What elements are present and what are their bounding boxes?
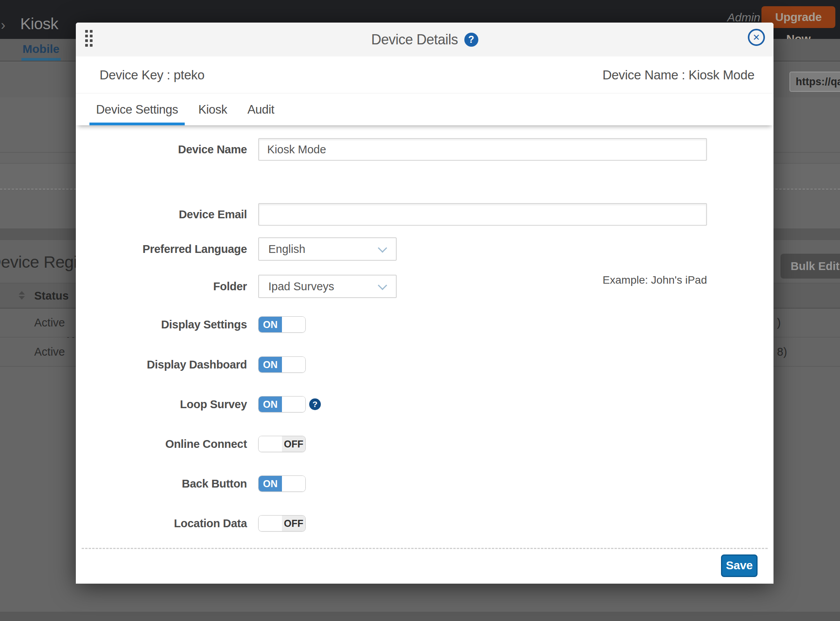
toggle-on-segment [259, 516, 282, 531]
status-cell: Active [34, 309, 65, 337]
modal-tabs: Device Settings Kiosk Audit [76, 93, 774, 125]
device-email-label: Device Email [115, 203, 247, 226]
toggle-off-segment: OFF [282, 436, 305, 452]
display-settings-label: Display Settings [115, 316, 247, 333]
back-button-label: Back Button [115, 475, 247, 492]
loop-survey-toggle[interactable]: ON [258, 396, 306, 412]
tab-audit[interactable]: Audit [241, 93, 281, 125]
bulk-edit-devices-button[interactable]: Bulk Edit Dev [780, 254, 840, 279]
online-connect-toggle[interactable]: OFF [258, 436, 306, 452]
toggle-on-segment: ON [259, 357, 282, 372]
folder-select[interactable]: Ipad Surveys [258, 275, 397, 298]
status-column-header[interactable]: Status [34, 283, 69, 308]
save-button[interactable]: Save [721, 554, 758, 577]
preferred-language-label: Preferred Language [115, 237, 247, 261]
status-cell: Active [34, 338, 65, 366]
location-data-label: Location Data [115, 515, 247, 532]
folder-label: Folder [115, 275, 247, 298]
breadcrumb-chevron-icon: › [1, 17, 5, 33]
admin-menu[interactable]: Admin [727, 11, 760, 24]
help-icon[interactable]: ? [464, 33, 478, 47]
selected-folder: Ipad Surveys [268, 275, 334, 297]
device-name-input[interactable] [258, 138, 707, 161]
device-name-label: Device Name [115, 138, 247, 161]
back-button-toggle[interactable]: ON [258, 475, 306, 492]
toggle-on-segment: ON [259, 317, 282, 332]
device-key-row: Device Key : pteko Device Name : Kiosk M… [76, 56, 774, 93]
toggle-off-segment [282, 357, 305, 372]
display-dashboard-toggle[interactable]: ON [258, 356, 306, 373]
device-details-modal: Device Details ? ✕ Device Key : pteko De… [76, 23, 774, 584]
selected-language: English [268, 238, 305, 260]
footer-separator [82, 548, 768, 549]
device-email-input[interactable] [258, 203, 707, 226]
tab-device-settings[interactable]: Device Settings [89, 93, 185, 125]
preferred-language-select[interactable]: English [258, 237, 397, 261]
footer-strip [0, 612, 840, 621]
toggle-off-segment [282, 476, 305, 491]
chevron-down-icon [378, 281, 387, 290]
clipped-cell-fragment: ) [777, 309, 781, 337]
sort-icon[interactable] [19, 291, 25, 300]
drag-handle-icon[interactable] [85, 30, 93, 47]
toggle-off-segment [282, 317, 305, 332]
location-data-toggle[interactable]: OFF [258, 515, 306, 532]
device-settings-form: Device Name Example: John's iPad Device … [76, 125, 774, 584]
toggle-off-segment: OFF [282, 516, 305, 531]
online-connect-label: Online Connect [115, 436, 247, 452]
tab-kiosk[interactable]: Kiosk [192, 93, 234, 125]
display-dashboard-label: Display Dashboard [115, 356, 247, 373]
tab-mobile[interactable]: Mobile [21, 39, 61, 61]
device-key-text: Device Key : pteko [100, 56, 205, 93]
display-settings-toggle[interactable]: ON [258, 316, 306, 333]
kiosk-url-field[interactable] [789, 72, 840, 92]
loop-survey-help-icon[interactable]: ? [309, 398, 321, 410]
toggle-on-segment [259, 436, 282, 452]
chevron-down-icon [378, 243, 387, 253]
toggle-off-segment [282, 396, 305, 412]
loop-survey-label: Loop Survey [115, 396, 247, 412]
device-name-text: Device Name : Kiosk Mode [602, 56, 754, 93]
toggle-on-segment: ON [259, 476, 282, 491]
modal-title: Device Details [371, 32, 458, 48]
page-title: Kiosk [20, 15, 58, 33]
close-icon[interactable]: ✕ [748, 29, 765, 46]
clipped-cell-fragment: 8) [777, 338, 787, 366]
modal-header: Device Details ? ✕ [76, 23, 774, 56]
toggle-on-segment: ON [259, 396, 282, 412]
